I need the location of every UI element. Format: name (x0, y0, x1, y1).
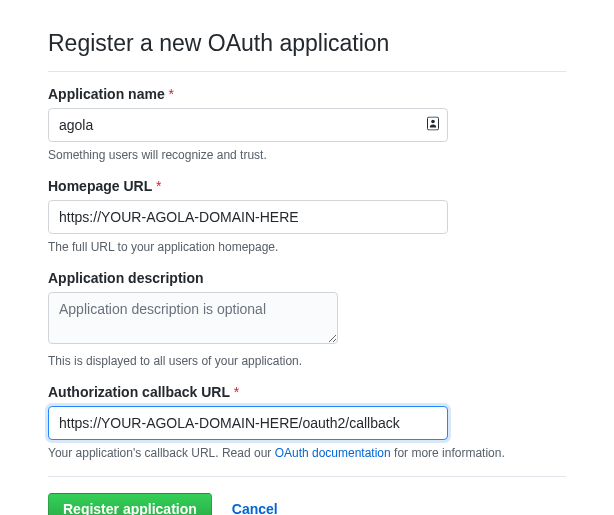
callback-url-label: Authorization callback URL * (48, 384, 566, 400)
app-name-label: Application name * (48, 86, 566, 102)
description-textarea[interactable] (48, 292, 338, 344)
homepage-url-input[interactable] (48, 200, 448, 234)
register-application-button[interactable]: Register application (48, 493, 212, 515)
required-star: * (169, 86, 174, 102)
callback-hint-prefix: Your application's callback URL. Read ou… (48, 446, 275, 460)
homepage-url-label: Homepage URL * (48, 178, 566, 194)
description-label: Application description (48, 270, 566, 286)
description-group: Application description This is displaye… (48, 270, 566, 368)
divider (48, 476, 566, 477)
oauth-docs-link[interactable]: OAuth documentation (275, 446, 391, 460)
app-name-label-text: Application name (48, 86, 165, 102)
description-hint: This is displayed to all users of your a… (48, 354, 566, 368)
callback-url-hint: Your application's callback URL. Read ou… (48, 446, 566, 460)
homepage-url-hint: The full URL to your application homepag… (48, 240, 566, 254)
homepage-url-label-text: Homepage URL (48, 178, 152, 194)
app-name-input[interactable] (48, 108, 448, 142)
form-actions: Register application Cancel (48, 493, 566, 515)
callback-url-input[interactable] (48, 406, 448, 440)
app-name-group: Application name * Something users will … (48, 86, 566, 162)
cancel-link[interactable]: Cancel (232, 501, 278, 515)
divider (48, 71, 566, 72)
required-star: * (156, 178, 161, 194)
callback-url-group: Authorization callback URL * Your applic… (48, 384, 566, 460)
callback-hint-suffix: for more information. (391, 446, 505, 460)
description-label-text: Application description (48, 270, 204, 286)
page-title: Register a new OAuth application (48, 30, 566, 57)
callback-url-label-text: Authorization callback URL (48, 384, 230, 400)
required-star: * (234, 384, 239, 400)
app-name-hint: Something users will recognize and trust… (48, 148, 566, 162)
homepage-url-group: Homepage URL * The full URL to your appl… (48, 178, 566, 254)
